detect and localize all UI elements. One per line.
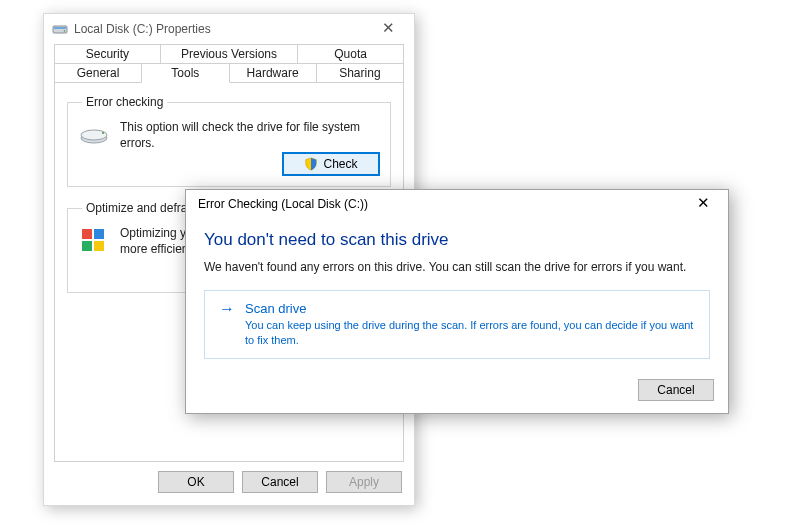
- uac-shield-icon: [304, 157, 318, 171]
- apply-button: Apply: [326, 471, 402, 493]
- drive-check-icon: [78, 119, 110, 151]
- svg-point-2: [64, 30, 66, 32]
- scan-drive-desc: You can keep using the drive during the …: [245, 318, 697, 348]
- svg-rect-7: [94, 229, 104, 239]
- arrow-right-icon: →: [219, 301, 235, 348]
- error-checking-message: We haven't found any errors on this driv…: [204, 260, 710, 274]
- ok-button[interactable]: OK: [158, 471, 234, 493]
- tab-tools[interactable]: Tools: [141, 63, 229, 83]
- svg-rect-8: [82, 241, 92, 251]
- group-error-checking-legend: Error checking: [82, 95, 167, 109]
- defrag-icon: [78, 225, 110, 257]
- tab-quota[interactable]: Quota: [297, 44, 404, 64]
- properties-buttons: OK Cancel Apply: [158, 471, 402, 493]
- properties-title: Local Disk (C:) Properties: [74, 22, 211, 36]
- scan-drive-option[interactable]: → Scan drive You can keep using the driv…: [204, 290, 710, 359]
- svg-point-4: [81, 130, 107, 140]
- group-error-checking: Error checking This option will check th…: [67, 95, 391, 187]
- svg-point-5: [102, 132, 104, 134]
- group-error-checking-text: This option will check the drive for fil…: [120, 119, 380, 151]
- svg-rect-1: [54, 27, 66, 29]
- tab-sharing[interactable]: Sharing: [316, 63, 404, 83]
- tabs-row-top: Security Previous Versions Quota: [54, 44, 404, 64]
- tabs-row-bottom: General Tools Hardware Sharing: [54, 63, 404, 83]
- cancel-button[interactable]: Cancel: [242, 471, 318, 493]
- properties-titlebar: Local Disk (C:) Properties ✕: [44, 14, 414, 44]
- error-checking-heading: You don't need to scan this drive: [204, 230, 710, 250]
- error-checking-close-button[interactable]: ✕: [682, 192, 724, 216]
- check-button-label: Check: [323, 157, 357, 171]
- tab-hardware[interactable]: Hardware: [229, 63, 317, 83]
- disk-icon: [52, 21, 68, 37]
- svg-rect-6: [82, 229, 92, 239]
- check-button[interactable]: Check: [282, 152, 380, 176]
- tab-security[interactable]: Security: [54, 44, 161, 64]
- error-checking-title: Error Checking (Local Disk (C:)): [198, 197, 368, 211]
- tab-general[interactable]: General: [54, 63, 142, 83]
- error-checking-cancel-button[interactable]: Cancel: [638, 379, 714, 401]
- tab-previous-versions[interactable]: Previous Versions: [160, 44, 298, 64]
- error-checking-dialog: Error Checking (Local Disk (C:)) ✕ You d…: [185, 189, 729, 414]
- error-checking-titlebar: Error Checking (Local Disk (C:)) ✕: [186, 190, 728, 218]
- properties-close-button[interactable]: ✕: [368, 17, 408, 41]
- scan-drive-title: Scan drive: [245, 301, 697, 316]
- svg-rect-9: [94, 241, 104, 251]
